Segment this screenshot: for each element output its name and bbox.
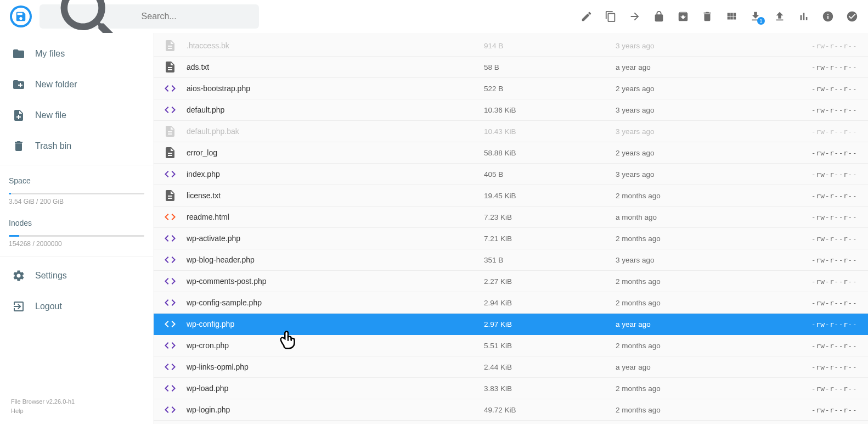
search-box[interactable] [40, 4, 259, 29]
info-button[interactable] [822, 10, 834, 23]
sidebar-label: New file [35, 110, 66, 120]
file-name: wp-config.php [187, 320, 484, 328]
file-icon [154, 403, 187, 416]
file-modified: 2 months ago [616, 192, 747, 200]
file-name: license.txt [187, 191, 484, 200]
file-modified: 2 months ago [616, 299, 747, 307]
file-name: wp-comments-post.php [187, 277, 484, 286]
file-size: 7.23 KiB [484, 213, 616, 221]
file-name: index.php [187, 170, 484, 178]
file-size: 3.83 KiB [484, 384, 616, 393]
file-permissions: -rw-r--r-- [747, 192, 857, 200]
space-bar [9, 193, 144, 194]
file-icon [154, 275, 187, 288]
file-modified: 3 years ago [616, 42, 747, 50]
file-icon [154, 210, 187, 224]
move-button[interactable] [629, 10, 641, 23]
file-row[interactable]: default.php.bak10.43 KiB3 years ago-rw-r… [154, 121, 868, 142]
file-size: 19.45 KiB [484, 192, 616, 200]
file-size: 2.44 KiB [484, 363, 616, 371]
file-row[interactable]: wp-links-opml.php2.44 KiBa year ago-rw-r… [154, 356, 868, 378]
inodes-text: 154268 / 2000000 [0, 240, 153, 253]
file-row[interactable]: wp-config.php2.97 KiBa year ago-rw-r--r-… [154, 314, 868, 335]
file-modified: 2 years ago [616, 149, 747, 157]
file-row[interactable]: error_log58.88 KiB2 years ago-rw-r--r-- [154, 142, 868, 164]
copy-button[interactable] [605, 10, 617, 23]
file-row[interactable]: .htaccess.bk914 B3 years ago-rw-r--r-- [154, 35, 868, 57]
file-name: wp-load.php [187, 384, 484, 393]
file-row[interactable]: readme.html7.23 KiBa month ago-rw-r--r-- [154, 207, 868, 228]
inodes-bar [9, 235, 144, 237]
file-icon [154, 146, 187, 159]
app-logo[interactable] [10, 5, 32, 27]
sidebar-trash[interactable]: Trash bin [0, 131, 153, 161]
version-text: File Browser v2.26.0-h1 [11, 397, 142, 406]
file-row[interactable]: wp-login.php49.72 KiB2 months ago-rw-r--… [154, 399, 868, 421]
permissions-button[interactable] [653, 10, 665, 23]
file-icon [154, 253, 187, 266]
file-name: readme.html [187, 213, 484, 221]
file-row[interactable]: license.txt19.45 KiB2 months ago-rw-r--r… [154, 185, 868, 207]
sidebar-label: New folder [35, 80, 77, 90]
file-size: 49.72 KiB [484, 406, 616, 414]
file-row[interactable]: wp-activate.php7.21 KiB2 months ago-rw-r… [154, 228, 868, 249]
archive-button[interactable] [677, 10, 689, 23]
file-modified: 3 years ago [616, 127, 747, 136]
file-size: 522 B [484, 85, 616, 93]
file-row[interactable]: wp-cron.php5.51 KiB2 months ago-rw-r--r-… [154, 335, 868, 356]
file-permissions: -rw-r--r-- [747, 406, 857, 414]
file-name: wp-config-sample.php [187, 298, 484, 307]
view-grid-button[interactable] [725, 10, 737, 23]
file-row[interactable]: wp-blog-header.php351 B3 years ago-rw-r-… [154, 249, 868, 271]
file-row[interactable]: aios-bootstrap.php522 B2 years ago-rw-r-… [154, 78, 868, 99]
file-permissions: -rw-r--r-- [747, 342, 857, 350]
delete-button[interactable] [701, 10, 713, 23]
file-permissions: -rw-r--r-- [747, 320, 857, 328]
file-permissions: -rw-r--r-- [747, 63, 857, 71]
file-modified: a year ago [616, 320, 747, 328]
edit-button[interactable] [580, 10, 593, 23]
stats-button[interactable] [798, 10, 810, 23]
file-modified: 2 months ago [616, 406, 747, 414]
file-icon [154, 125, 187, 138]
file-modified: a month ago [616, 213, 747, 221]
file-name: wp-links-opml.php [187, 362, 484, 371]
file-name: wp-login.php [187, 405, 484, 414]
file-icon [154, 189, 187, 202]
sidebar-label: Logout [35, 302, 62, 311]
file-size: 10.36 KiB [484, 106, 616, 114]
file-size: 7.21 KiB [484, 235, 616, 243]
file-row[interactable]: wp-config-sample.php2.94 KiB2 months ago… [154, 292, 868, 314]
file-modified: 3 years ago [616, 256, 747, 264]
help-link[interactable]: Help [11, 406, 142, 416]
file-modified: 2 months ago [616, 342, 747, 350]
logout-icon [12, 300, 25, 313]
download-button[interactable]: 1 [749, 10, 762, 23]
sidebar-new-folder[interactable]: New folder [0, 69, 153, 100]
file-row[interactable]: index.php405 B3 years ago-rw-r--r-- [154, 164, 868, 185]
file-list: .htaccess.bk914 B3 years ago-rw-r--r--ad… [154, 33, 868, 424]
file-permissions: -rw-r--r-- [747, 127, 857, 136]
sidebar-my-files[interactable]: My files [0, 38, 153, 69]
sidebar-settings[interactable]: Settings [0, 260, 153, 291]
file-icon [154, 82, 187, 95]
file-size: 914 B [484, 42, 616, 50]
file-row[interactable]: default.php10.36 KiB3 years ago-rw-r--r-… [154, 99, 868, 121]
upload-button[interactable] [774, 10, 786, 23]
file-modified: 2 months ago [616, 277, 747, 286]
search-input[interactable] [142, 12, 251, 21]
sidebar-logout[interactable]: Logout [0, 291, 153, 322]
select-all-button[interactable] [846, 10, 858, 23]
file-icon [154, 360, 187, 373]
file-row[interactable]: ads.txt58 Ba year ago-rw-r--r-- [154, 57, 868, 78]
new-folder-icon [12, 78, 25, 91]
file-row[interactable]: wp-load.php3.83 KiB2 months ago-rw-r--r-… [154, 378, 868, 399]
file-modified: 2 months ago [616, 384, 747, 393]
file-name: .htaccess.bk [187, 41, 484, 50]
sidebar-label: My files [35, 49, 65, 59]
sidebar-new-file[interactable]: New file [0, 100, 153, 131]
file-modified: 2 months ago [616, 235, 747, 243]
file-modified: 3 years ago [616, 170, 747, 178]
file-row[interactable]: wp-comments-post.php2.27 KiB2 months ago… [154, 271, 868, 292]
download-count-badge: 1 [757, 17, 765, 25]
